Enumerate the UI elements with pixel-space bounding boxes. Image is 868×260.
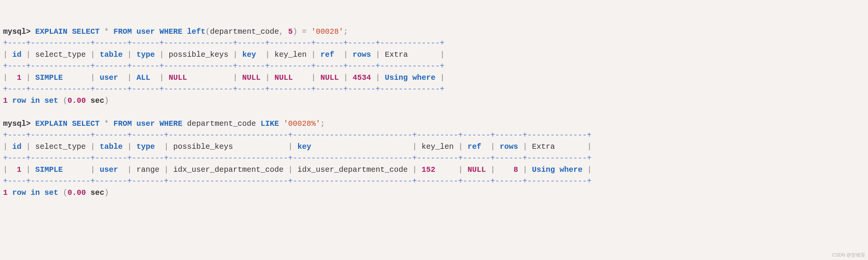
val-id: 1 bbox=[17, 165, 21, 174]
string-lit: '00028' bbox=[311, 27, 343, 36]
set-word: set bbox=[44, 188, 58, 197]
col-type: type bbox=[136, 50, 155, 59]
col-key: key bbox=[242, 50, 256, 59]
string-lit: '00028%' bbox=[283, 119, 320, 128]
rp: ) bbox=[104, 96, 109, 105]
col-name: department_code bbox=[187, 119, 256, 128]
semi: ; bbox=[343, 27, 348, 36]
col-extra: Extra bbox=[385, 50, 408, 59]
col-table: table bbox=[100, 50, 123, 59]
val-id: 1 bbox=[17, 73, 21, 82]
lp: ( bbox=[63, 188, 67, 197]
col-type: type bbox=[136, 142, 155, 151]
semi: ; bbox=[320, 119, 325, 128]
kw-from: FROM bbox=[113, 27, 132, 36]
lparen: ( bbox=[205, 27, 210, 36]
val-select-type: SIMPLE bbox=[35, 73, 63, 82]
val-rows: 4534 bbox=[353, 73, 371, 82]
val-key: NULL bbox=[242, 73, 260, 82]
row-word: row bbox=[12, 188, 26, 197]
val-table: user bbox=[100, 73, 118, 82]
kw-where: WHERE bbox=[159, 119, 182, 128]
kw-explain: EXPLAIN bbox=[35, 27, 67, 36]
val-ref: NULL bbox=[320, 73, 339, 82]
val-ref: NULL bbox=[468, 165, 486, 174]
val-extra: Using where bbox=[532, 165, 583, 174]
lp: ( bbox=[63, 96, 67, 105]
val-possible-keys: NULL bbox=[169, 73, 187, 82]
col-select-type: select_type bbox=[35, 142, 86, 151]
kw-from: FROM bbox=[113, 119, 132, 128]
col-key: key bbox=[297, 142, 311, 151]
val-select-type: SIMPLE bbox=[35, 165, 63, 174]
eq: = bbox=[302, 27, 306, 36]
col-table: table bbox=[100, 142, 123, 151]
col-key-len: key_len bbox=[421, 142, 454, 151]
pipe: | bbox=[3, 50, 8, 59]
col-key-len: key_len bbox=[274, 50, 306, 59]
mysql-prompt: mysql> bbox=[3, 119, 31, 128]
val-possible-keys: idx_user_department_code bbox=[173, 165, 283, 174]
sec-word: sec bbox=[90, 188, 104, 197]
table-border: +----+-------------+-------+-------+----… bbox=[3, 154, 591, 163]
kw-select: SELECT bbox=[72, 27, 100, 36]
val-rows: 8 bbox=[514, 165, 518, 174]
val-key-len: NULL bbox=[274, 73, 293, 82]
kw-where: WHERE bbox=[159, 27, 182, 36]
in-word: in bbox=[31, 96, 40, 105]
col-ref: ref bbox=[321, 50, 334, 59]
col-rows: rows bbox=[353, 50, 371, 59]
col-name: department_code bbox=[210, 27, 279, 36]
table-border: +----+-------------+-------+------+-----… bbox=[3, 85, 444, 94]
kw-like: LIKE bbox=[260, 119, 279, 128]
val-type: range bbox=[136, 165, 159, 174]
col-rows: rows bbox=[500, 142, 518, 151]
val-key: idx_user_department_code bbox=[297, 165, 408, 174]
col-possible-keys: possible_keys bbox=[169, 50, 228, 59]
row-count: 1 bbox=[3, 188, 8, 197]
comma: , bbox=[279, 27, 283, 36]
kw-explain: EXPLAIN bbox=[35, 119, 67, 128]
table-border: +----+-------------+-------+-------+----… bbox=[3, 131, 591, 140]
star: * bbox=[104, 119, 109, 128]
terminal-output: mysql> EXPLAIN SELECT * FROM user WHERE … bbox=[3, 27, 592, 197]
star: * bbox=[104, 27, 109, 36]
col-id: id bbox=[12, 142, 21, 151]
arg-num: 5 bbox=[288, 27, 293, 36]
time-val: 0.00 bbox=[67, 96, 86, 105]
rparen: ) bbox=[293, 27, 297, 36]
time-val: 0.00 bbox=[67, 188, 86, 197]
table-name: user bbox=[136, 119, 155, 128]
col-extra: Extra bbox=[532, 142, 555, 151]
table-border: +----+-------------+-------+------+-----… bbox=[3, 62, 444, 71]
func-left: left bbox=[187, 27, 205, 36]
table-border: +----+-------------+-------+-------+----… bbox=[3, 177, 591, 186]
rp: ) bbox=[104, 188, 109, 197]
mysql-prompt: mysql> bbox=[3, 27, 31, 36]
val-table: user bbox=[100, 165, 118, 174]
row-count: 1 bbox=[3, 96, 8, 105]
val-extra: Using where bbox=[385, 73, 436, 82]
row-word: row bbox=[12, 96, 26, 105]
val-key-len: 152 bbox=[421, 165, 435, 174]
col-id: id bbox=[12, 50, 21, 59]
col-select-type: select_type bbox=[35, 50, 86, 59]
set-word: set bbox=[44, 96, 58, 105]
col-possible-keys: possible_keys bbox=[173, 142, 233, 151]
table-name: user bbox=[136, 27, 155, 36]
kw-select: SELECT bbox=[72, 119, 100, 128]
col-ref: ref bbox=[468, 142, 481, 151]
val-type: ALL bbox=[136, 73, 150, 82]
in-word: in bbox=[31, 188, 40, 197]
sec-word: sec bbox=[90, 96, 104, 105]
table-border: +----+-------------+-------+------+-----… bbox=[3, 39, 444, 48]
